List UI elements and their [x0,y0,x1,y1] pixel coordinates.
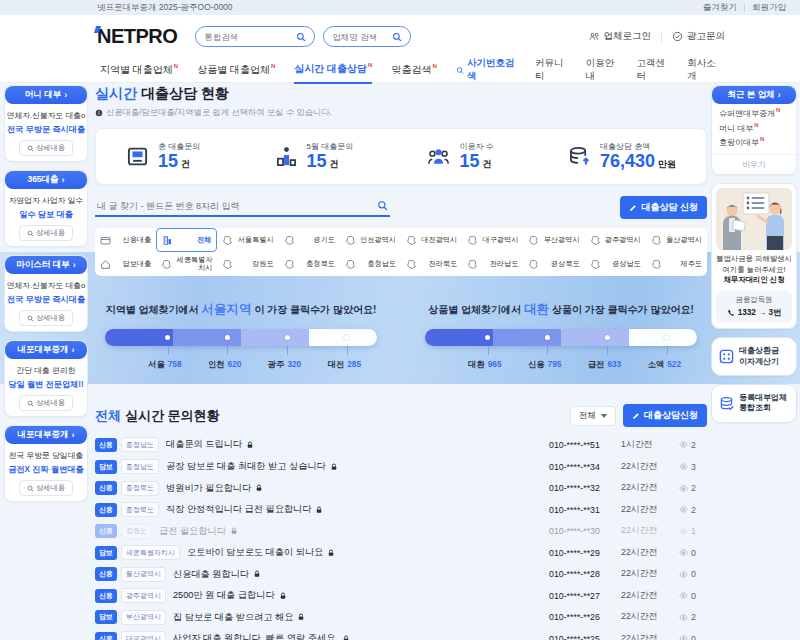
ad-card-header[interactable]: 마이스터 대부› [5,256,87,274]
find-post-field[interactable] [95,198,390,217]
building-icon [162,235,173,246]
detail-button[interactable]: 상세내용 [19,140,73,156]
recent-companies-header[interactable]: 최근 본 업체› [712,86,796,104]
nav-about[interactable]: 회사소개 [687,57,722,83]
nav-custom-search[interactable]: 맞춤검색N [391,58,436,83]
nav-community[interactable]: 커뮤니티 [535,57,570,83]
filter-region-gyeongnam[interactable]: 경상남도 [585,252,646,276]
map-icon [345,259,356,270]
filter-region-daejeon[interactable]: 대전광역시 [401,228,462,252]
filter-region-gyeongbuk[interactable]: 경상북도 [523,252,584,276]
find-post-input[interactable] [97,201,377,211]
detail-button[interactable]: 상세내용 [19,395,73,411]
recent-company-item[interactable]: 머니 대부N [712,119,796,134]
filter-region-gyeonggi[interactable]: 경기도 [279,228,340,252]
table-row[interactable]: 신용 충청북도 직장 안정적입니다 급전 필요합니다 010-****-**31… [95,499,707,521]
inquiry-title[interactable]: 사업자 대출 원합니다. 빠른 연락 주세요. [173,632,338,640]
region-badge: 울산광역시 [121,567,166,582]
filter-region-sejong[interactable]: 세종특별자치시 [156,252,217,276]
table-row[interactable]: 신용 충청남도 대출문의 드립니다 010-****-**51 1시간전 2 [95,434,707,456]
table-row[interactable]: 신용 광주광역시 2500만 원 대출 급합니다 010-****-**27 2… [95,585,707,607]
ad-card-header[interactable]: 내포대부중개› [5,341,87,359]
lock-icon [279,592,287,600]
region-badge: 부산광역시 [121,610,166,625]
inquiry-title[interactable]: 신용대출 원합니다 [173,568,249,581]
filter-region-gwangju[interactable]: 광주광역시 [585,228,646,252]
fraud-number-search[interactable]: 사기번호검색 [456,57,519,83]
detail-button[interactable]: 상세내용 [19,310,73,326]
board-apply-button[interactable]: 대출상담신청 [623,404,707,427]
company-search[interactable] [323,26,411,47]
table-row[interactable]: 담보 충청남도 공장 담보로 대출 최대한 받고 싶습니다 010-****-*… [95,456,707,478]
table-row[interactable]: 신용 강원도 급전 필요합니다 010-****-**30 22시간전 1 [95,520,707,542]
ad-card[interactable]: 365대출› 자영업자 사업자 일수 일수 담보 대출 상세내용 [4,170,88,247]
credit-card-icon [100,235,111,246]
filter-region-gangwon[interactable]: 강원도 [217,252,278,276]
inquiry-title[interactable]: 대출문의 드립니다 [166,438,242,451]
nav-support[interactable]: 고객센터 [636,57,671,83]
nav-region-lenders[interactable]: 지역별 대출업체N [100,58,178,83]
inquiry-title[interactable]: 집 담보로 대출 받으려고 해요 [173,611,293,624]
ad-card-header[interactable]: 365대출› [5,171,87,189]
loan-type-badge: 신용 [95,481,117,495]
filter-region-incheon[interactable]: 인천광역시 [340,228,401,252]
ad-card[interactable]: 마이스터 대부› 연체자.신불자도 대출o 전국 무방문 즉시대출 상세내용 [4,255,88,332]
search-icon[interactable] [377,200,388,211]
ad-card-header[interactable]: 머니 대부› [5,86,87,104]
inquiry-title[interactable]: 병원비가 필요합니다 [166,482,251,495]
filter-credit-loan[interactable]: 신용대출 [95,228,156,252]
table-row[interactable]: 신용 대구광역시 사업자 대출 원합니다. 빠른 연락 주세요. 010-***… [95,628,707,640]
clear-recent-button[interactable]: 비우기 [712,154,796,174]
recent-company-item[interactable]: 슈퍼맨대부중개N [712,104,796,119]
table-row[interactable]: 신용 충청북도 병원비가 필요합니다 010-****-**32 22시간전 2 [95,477,707,499]
inquiry-title[interactable]: 직장 안정적입니다 급전 필요합니다 [166,503,311,516]
filter-region-jeju[interactable]: 제주도 [646,252,707,276]
logo[interactable]: NETPRO [97,25,177,48]
board-filter-select[interactable]: 전체 [570,406,616,426]
header: NETPRO 업체로그인 광고문의 [0,15,800,58]
filter-region-busan[interactable]: 부산광역시 [523,228,584,252]
chevron-down-icon [601,414,607,418]
filter-region-daegu[interactable]: 대구광역시 [462,228,523,252]
ad-inquiry-link[interactable]: 광고문의 [672,30,725,43]
filter-region-ulsan[interactable]: 울산광역시 [646,228,707,252]
filter-region-jeonbuk[interactable]: 전라북도 [401,252,462,276]
detail-button[interactable]: 상세내용 [19,480,73,496]
consult-apply-button[interactable]: 대출상담 신청 [620,196,707,219]
inquiry-title[interactable]: 급전 필요합니다 [159,525,226,538]
recent-company-item[interactable]: 호랑이대부N [712,133,796,148]
search-icon[interactable] [392,32,402,42]
chevron-right-icon: › [73,260,76,270]
favorites-link[interactable]: 즐겨찾기 [703,2,737,14]
loan-calculator-card[interactable]: 대출상환금이자계산기 [711,337,797,376]
filter-region-jeonnam[interactable]: 전라남도 [462,252,523,276]
table-row[interactable]: 담보 부산광역시 집 담보로 대출 받으려고 해요 010-****-**26 … [95,606,707,628]
global-search-input[interactable] [204,32,296,42]
inquiry-title[interactable]: 공장 담보로 대출 최대한 받고 싶습니다 [166,460,326,473]
filter-secured-loan[interactable]: 담보대출 [95,252,156,276]
filter-region-chungbuk[interactable]: 충청북도 [279,252,340,276]
inquiry-title[interactable]: 오토바이 담보로도 대출이 되나요 [187,546,323,559]
stat-total-inquiries: 총 대출문의15건 [126,141,200,172]
ad-card-header[interactable]: 내포대부중개› [5,426,87,444]
filter-region-seoul[interactable]: 서울특별시 [217,228,278,252]
ad-card[interactable]: 내포대부중개› 간단 대출 편리한 당일 월변 전문업체!! 상세내용 [4,340,88,417]
registered-lender-lookup-card[interactable]: 등록대부업체통합조회 [711,384,797,423]
search-icon[interactable] [296,32,306,42]
nav-live-consult[interactable]: 실시간 대출상담N [294,57,372,84]
company-login-link[interactable]: 업체로그인 [589,30,652,43]
illegal-finance-report-card[interactable]: 불법사금융 피해발생시 여기를 눌러주세요! 채무자대리인 신청 금융감독원 1… [711,183,797,329]
filter-all-regions[interactable]: 전체 [156,228,217,252]
filter-region-chungnam[interactable]: 충청남도 [340,252,401,276]
table-row[interactable]: 신용 울산광역시 신용대출 원합니다 010-****-**28 22시간전 0 [95,563,707,585]
nav-guide[interactable]: 이용안내 [586,57,621,83]
company-search-input[interactable] [332,32,392,42]
inquiry-title[interactable]: 2500만 원 대출 급합니다 [173,589,275,602]
global-search[interactable] [195,26,315,47]
table-row[interactable]: 담보 세종특별자치시 오토바이 담보로도 대출이 되나요 010-****-**… [95,542,707,564]
signup-link[interactable]: 회원가입 [752,2,786,14]
ad-card[interactable]: 내포대부중개› 전국 무방문 당일대출 금전X 진짜 월변대출 상세내용 [4,425,88,502]
ad-card[interactable]: 머니 대부› 연체자.신불자도 대출o 전국 무방문 즉시대출 상세내용 [4,85,88,162]
nav-product-lenders[interactable]: 상품별 대출업체N [197,58,275,83]
detail-button[interactable]: 상세내용 [19,225,73,241]
